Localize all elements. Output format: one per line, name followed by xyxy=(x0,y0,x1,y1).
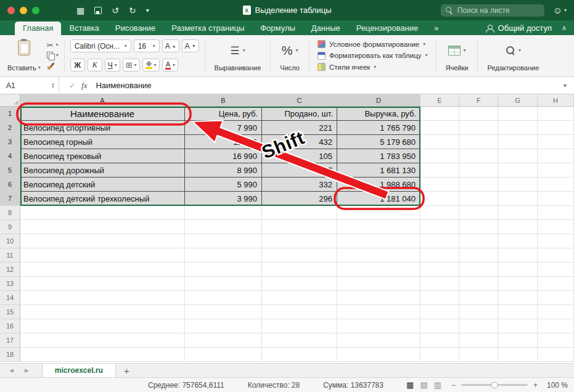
grow-font-button[interactable]: А▲ xyxy=(162,39,179,52)
cell-D18[interactable] xyxy=(337,348,420,362)
cell-A10[interactable] xyxy=(20,234,185,248)
cell-H8[interactable] xyxy=(538,206,574,220)
cell-C15[interactable] xyxy=(262,305,337,319)
cell-H2[interactable] xyxy=(538,121,574,135)
minimize-window-button[interactable] xyxy=(20,7,27,14)
zoom-slider-knob[interactable] xyxy=(491,382,498,388)
number-format-button[interactable]: % ▾ xyxy=(282,39,298,62)
row-header-1[interactable]: 1 xyxy=(0,107,20,121)
cell-E16[interactable] xyxy=(420,319,459,333)
cell-D10[interactable] xyxy=(337,234,420,248)
row-header-2[interactable]: 2 xyxy=(0,121,20,135)
paste-button[interactable]: Вставить▾ xyxy=(4,38,44,75)
format-as-table-button[interactable]: Форматировать как таблицу ▾ xyxy=(318,52,428,60)
cell-E11[interactable] xyxy=(420,248,459,263)
cell-A12[interactable] xyxy=(20,263,185,277)
cell-D14[interactable] xyxy=(337,291,420,305)
cell-F9[interactable] xyxy=(459,220,498,234)
cell-D8[interactable] xyxy=(337,206,420,220)
cell-H1[interactable] xyxy=(538,107,574,121)
row-header-11[interactable]: 11 xyxy=(0,248,20,263)
fill-color-button[interactable]: ▾ xyxy=(142,59,160,71)
cell-B1[interactable]: Цена, руб. xyxy=(185,107,262,121)
cell-D1[interactable]: Выручка, руб. xyxy=(337,107,420,121)
next-sheet-arrow-icon[interactable]: ▶ xyxy=(19,364,35,377)
cell-C14[interactable] xyxy=(262,291,337,305)
underline-button[interactable]: Ч▾ xyxy=(105,59,120,71)
collapse-ribbon-chevron-icon[interactable]: ∧ xyxy=(562,24,567,35)
cell-C13[interactable] xyxy=(262,277,337,291)
cell-C11[interactable] xyxy=(262,248,337,263)
cell-A3[interactable]: Велосипед горный xyxy=(20,135,185,149)
cell-E7[interactable] xyxy=(420,192,459,206)
cells-button[interactable]: ▾ xyxy=(448,39,466,62)
format-painter-button[interactable] xyxy=(47,61,59,71)
cell-G5[interactable] xyxy=(498,163,538,178)
cell-G1[interactable] xyxy=(498,107,538,121)
cell-E14[interactable] xyxy=(420,291,459,305)
cell-H11[interactable] xyxy=(538,248,574,263)
row-header-3[interactable]: 3 xyxy=(0,135,20,149)
cell-D15[interactable] xyxy=(337,305,420,319)
cell-H12[interactable] xyxy=(538,263,574,277)
tab-Формулы[interactable]: Формулы xyxy=(252,22,303,35)
cell-C9[interactable] xyxy=(262,220,337,234)
row-header-9[interactable]: 9 xyxy=(0,220,20,234)
cell-G11[interactable] xyxy=(498,248,538,263)
tabs-overflow-chevron[interactable]: » xyxy=(426,22,446,35)
formula-input[interactable]: Наименование xyxy=(96,81,151,90)
cell-G16[interactable] xyxy=(498,319,538,333)
bold-button[interactable]: Ж xyxy=(70,59,85,71)
cell-C8[interactable] xyxy=(262,206,337,220)
add-sheet-button[interactable]: + xyxy=(116,364,137,377)
row-header-5[interactable]: 5 xyxy=(0,163,20,178)
cell-D5[interactable]: 1 681 130 xyxy=(337,163,420,178)
feedback-control[interactable]: ☺ ▾ xyxy=(553,5,567,15)
cell-E5[interactable] xyxy=(420,163,459,178)
normal-view-icon[interactable]: ▦ xyxy=(406,380,414,390)
cell-A18[interactable] xyxy=(20,348,185,362)
font-name-select[interactable]: Calibri (Осн...▾ xyxy=(70,39,131,52)
cell-D3[interactable]: 5 179 680 xyxy=(337,135,420,149)
cell-C3[interactable]: 432 xyxy=(262,135,337,149)
cell-B8[interactable] xyxy=(185,206,262,220)
column-header-B[interactable]: B xyxy=(185,94,262,107)
cell-C1[interactable]: Продано, шт. xyxy=(262,107,337,121)
shrink-font-button[interactable]: А▼ xyxy=(182,39,199,52)
page-layout-view-icon[interactable]: ▤ xyxy=(420,380,427,390)
cell-G17[interactable] xyxy=(498,333,538,348)
cell-D16[interactable] xyxy=(337,319,420,333)
cell-C12[interactable] xyxy=(262,263,337,277)
insert-function-fx-icon[interactable]: fx xyxy=(81,81,87,91)
cell-A1[interactable]: Наименование xyxy=(20,107,185,121)
row-header-18[interactable]: 18 xyxy=(0,348,20,362)
cell-C7[interactable]: 296 xyxy=(262,192,337,206)
tab-Разметка страницы[interactable]: Разметка страницы xyxy=(163,22,252,35)
cell-B4[interactable]: 16 990 xyxy=(185,149,262,163)
cell-F10[interactable] xyxy=(459,234,498,248)
cell-D12[interactable] xyxy=(337,263,420,277)
row-header-10[interactable]: 10 xyxy=(0,234,20,248)
cell-G7[interactable] xyxy=(498,192,538,206)
cell-G6[interactable] xyxy=(498,178,538,192)
cell-A15[interactable] xyxy=(20,305,185,319)
row-header-16[interactable]: 16 xyxy=(0,319,20,333)
cell-E8[interactable] xyxy=(420,206,459,220)
search-input[interactable]: Поиск на листе xyxy=(441,4,544,17)
cell-B7[interactable]: 3 990 xyxy=(185,192,262,206)
cell-G14[interactable] xyxy=(498,291,538,305)
cell-B12[interactable] xyxy=(185,263,262,277)
cell-C4[interactable]: 105 xyxy=(262,149,337,163)
customize-toolbar-chevron-icon[interactable]: ▾ xyxy=(146,7,149,14)
row-header-13[interactable]: 13 xyxy=(0,277,20,291)
cell-H13[interactable] xyxy=(538,277,574,291)
cell-F16[interactable] xyxy=(459,319,498,333)
enter-check-icon[interactable]: ✓ xyxy=(69,81,75,90)
cell-H6[interactable] xyxy=(538,178,574,192)
cell-A8[interactable] xyxy=(20,206,185,220)
italic-button[interactable]: К xyxy=(88,59,102,71)
row-header-7[interactable]: 7 xyxy=(0,192,20,206)
view-grid-icon[interactable]: ▦ xyxy=(76,6,84,15)
cell-F5[interactable] xyxy=(459,163,498,178)
cell-H10[interactable] xyxy=(538,234,574,248)
